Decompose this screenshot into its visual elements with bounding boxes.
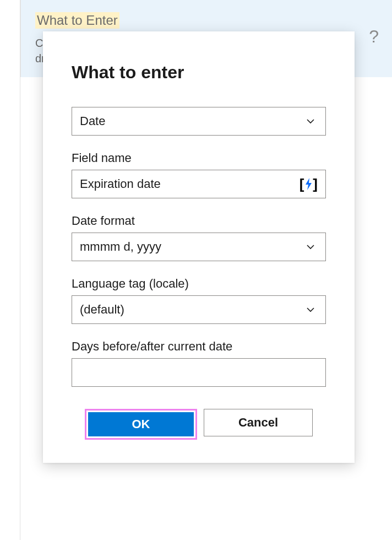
field-name-label: Field name (72, 151, 326, 165)
dialog-title: What to enter (72, 62, 326, 83)
help-question-icon[interactable]: ? (369, 26, 379, 47)
language-tag-group: Language tag (locale) (default) (72, 277, 326, 324)
ok-button-highlight: OK (85, 409, 197, 440)
background-highlight: What to Enter (35, 12, 119, 29)
date-format-select[interactable]: mmmm d, yyyy (72, 233, 326, 261)
type-select-value: Date (80, 114, 306, 128)
chevron-down-icon (306, 305, 315, 315)
date-format-label: Date format (72, 214, 326, 228)
chevron-down-icon (306, 116, 315, 126)
type-select[interactable]: Date (72, 107, 326, 136)
vertical-divider (20, 0, 20, 540)
days-offset-label: Days before/after current date (72, 339, 326, 354)
days-offset-input[interactable] (72, 358, 326, 387)
type-select-group: Date (72, 107, 326, 136)
chevron-down-icon (306, 242, 315, 252)
cancel-button[interactable]: Cancel (204, 409, 313, 436)
language-tag-value: (default) (80, 303, 306, 317)
field-name-group: Field name Expiration date [ ] (72, 151, 326, 198)
date-format-value: mmmm d, yyyy (80, 240, 306, 254)
ok-button[interactable]: OK (88, 412, 194, 436)
language-tag-label: Language tag (locale) (72, 277, 326, 291)
merge-field-icon[interactable]: [ ] (300, 176, 318, 193)
lightning-icon (304, 177, 313, 191)
field-name-input[interactable]: Expiration date [ ] (72, 170, 326, 198)
days-offset-group: Days before/after current date (72, 339, 326, 387)
field-name-value: Expiration date (80, 177, 161, 191)
dialog-button-row: OK Cancel (72, 409, 326, 440)
what-to-enter-dialog: What to enter Date Field name Expiration… (43, 31, 355, 463)
date-format-group: Date format mmmm d, yyyy (72, 214, 326, 261)
language-tag-select[interactable]: (default) (72, 295, 326, 324)
